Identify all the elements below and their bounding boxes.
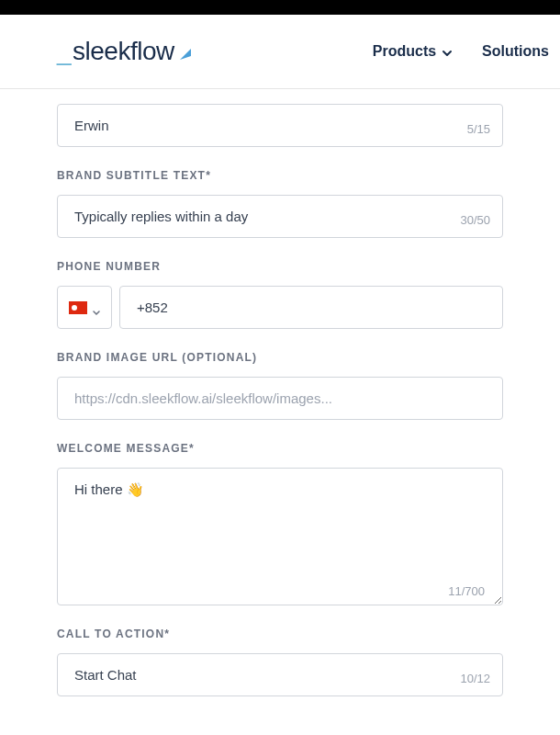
cta-group: CALL TO ACTION* 10/12 <box>57 628 503 696</box>
main-nav: Products Solutions <box>373 43 560 60</box>
brand-name-counter: 5/15 <box>467 122 490 136</box>
cta-counter: 10/12 <box>460 672 490 685</box>
brand-image-group: BRAND IMAGE URL (OPTIONAL) <box>57 351 503 420</box>
page-header: _ sleekflow Products Solutions <box>0 15 560 89</box>
cta-input[interactable] <box>57 653 503 696</box>
nav-products[interactable]: Products <box>373 43 453 60</box>
welcome-message-textarea[interactable] <box>57 468 503 605</box>
nav-solutions-label: Solutions <box>482 43 549 60</box>
welcome-message-counter: 11/700 <box>448 584 485 598</box>
logo[interactable]: _ sleekflow <box>57 37 193 66</box>
country-select[interactable] <box>57 286 112 329</box>
brand-image-label: BRAND IMAGE URL (OPTIONAL) <box>57 351 503 364</box>
caret-down-icon <box>93 304 100 311</box>
brand-name-group: 5/15 <box>57 104 503 147</box>
cta-wrapper: 10/12 <box>57 653 503 696</box>
chevron-down-icon <box>442 46 453 57</box>
brand-image-wrapper <box>57 377 503 420</box>
phone-group: PHONE NUMBER <box>57 260 503 329</box>
logo-text: sleekflow <box>73 37 174 66</box>
phone-input[interactable] <box>119 286 503 329</box>
cta-label: CALL TO ACTION* <box>57 628 503 640</box>
form-container: 5/15 BRAND SUBTITLE TEXT* 30/50 PHONE NU… <box>0 89 560 696</box>
brand-subtitle-input[interactable] <box>57 195 503 238</box>
brand-subtitle-group: BRAND SUBTITLE TEXT* 30/50 <box>57 169 503 238</box>
welcome-message-wrapper: 11/700 <box>57 468 503 605</box>
brand-subtitle-counter: 30/50 <box>460 213 490 227</box>
phone-wrapper <box>57 286 503 329</box>
brand-image-input[interactable] <box>57 377 503 420</box>
logo-underscore: _ <box>57 37 71 66</box>
nav-products-label: Products <box>373 43 436 60</box>
brand-name-input[interactable] <box>57 104 503 147</box>
flag-icon <box>69 301 87 314</box>
browser-top-bar <box>0 0 560 15</box>
brand-subtitle-label: BRAND SUBTITLE TEXT* <box>57 169 503 182</box>
brand-subtitle-wrapper: 30/50 <box>57 195 503 238</box>
welcome-message-label: WELCOME MESSAGE* <box>57 442 503 455</box>
logo-arrow-icon <box>178 39 193 53</box>
welcome-message-group: WELCOME MESSAGE* 11/700 <box>57 442 503 605</box>
brand-name-wrapper: 5/15 <box>57 104 503 147</box>
nav-solutions[interactable]: Solutions <box>482 43 549 60</box>
phone-label: PHONE NUMBER <box>57 260 503 273</box>
